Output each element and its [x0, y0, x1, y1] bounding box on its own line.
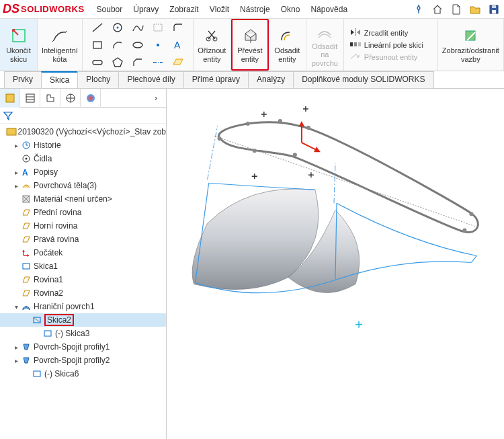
menu-file[interactable]: Soubor [91, 5, 128, 14]
tree-sensors[interactable]: Čidla [0, 152, 166, 165]
svg-point-51 [278, 119, 282, 123]
tree-surface-bodies[interactable]: ▸Povrchová těla(3) [0, 179, 166, 192]
main-area: › 20190320 (Výchozí<<Výchozí>_Stav zob ▸… [0, 89, 504, 439]
menu-help[interactable]: Nápověda [305, 5, 353, 14]
tree-plane1[interactable]: Rovina1 [0, 273, 166, 286]
svg-rect-20 [466, 31, 475, 40]
spline-tool[interactable] [128, 19, 147, 36]
tree-material[interactable]: Materiál <není určen> [0, 192, 166, 206]
save-icon[interactable] [487, 2, 501, 17]
tab-surfaces[interactable]: Plochy [77, 71, 119, 88]
menu-edit[interactable]: Úpravy [128, 5, 164, 14]
svg-point-33 [26, 158, 28, 160]
tab-evaluate[interactable]: Analýzy [248, 71, 294, 88]
svg-point-52 [306, 126, 310, 130]
feature-tree[interactable]: 20190320 (Výchozí<<Výchozí>_Stav zob ▸Hi… [0, 124, 166, 439]
text-tool[interactable]: A [169, 37, 187, 53]
fillet-tool[interactable] [169, 19, 187, 36]
mirror-label: Zrcadlit entity [364, 29, 408, 37]
pattern-group: Zrcadlit entity Lineární pole skici Přes… [344, 19, 438, 71]
svg-point-50 [246, 122, 250, 126]
trim-entities-button[interactable]: Oříznout entity [194, 19, 231, 71]
menu-view[interactable]: Zobrazit [164, 5, 204, 14]
open-icon[interactable] [468, 2, 482, 17]
graphics-viewport[interactable] [167, 89, 504, 439]
rectangle-tool[interactable] [88, 37, 107, 53]
svg-marker-13 [113, 58, 122, 67]
tree-front-plane[interactable]: Přední rovina [0, 206, 166, 219]
tree-plane2[interactable]: Rovina2 [0, 286, 166, 300]
menu-tools[interactable]: Nástroje [235, 5, 276, 14]
tab-features[interactable]: Prvky [4, 71, 42, 88]
svg-rect-17 [350, 42, 353, 46]
tab-addins[interactable]: Doplňkové moduly SOLIDWORKS [293, 71, 433, 88]
exit-sketch-button[interactable]: Ukončit skicu [0, 19, 38, 71]
tree-sketch2[interactable]: Skica2 [0, 313, 166, 327]
linear-pattern-button[interactable]: Lineární pole skici [348, 39, 425, 51]
tree-right-plane[interactable]: Pravá rovina [0, 233, 166, 246]
tree-origin[interactable]: Počátek [0, 246, 166, 260]
svg-rect-40 [44, 331, 51, 336]
tree-sketch3[interactable]: (-) Skica3 [0, 327, 166, 340]
tree-top-plane[interactable]: Horní rovina [0, 219, 166, 233]
panel-tabs: › [0, 89, 166, 108]
pin-icon[interactable] [411, 2, 426, 17]
ribbon: Ukončit skicu Inteligentní kóta A Ořízno… [0, 19, 504, 71]
panel-tab-config[interactable] [40, 89, 60, 108]
mirror-entities-button[interactable]: Zrcadlit entity [348, 27, 409, 39]
tree-sketch1[interactable]: Skica1 [0, 260, 166, 273]
rect-points-tool[interactable] [149, 19, 167, 36]
slot-tool[interactable] [88, 54, 107, 71]
svg-point-55 [469, 212, 473, 216]
menu-insert[interactable]: Vložit [204, 5, 235, 14]
point-tool[interactable] [149, 37, 167, 53]
plane-tool[interactable] [169, 54, 187, 71]
svg-rect-23 [26, 94, 34, 102]
exit-sketch-label: Ukončit skicu [6, 46, 31, 63]
tree-filter[interactable] [0, 108, 166, 124]
tree-sketch6[interactable]: (-) Skica6 [0, 367, 166, 381]
offset-surface-icon [315, 22, 334, 41]
tree-loft1[interactable]: ▸Povrch-Spojit profily1 [0, 340, 166, 354]
offset-entities-button[interactable]: Odsadit entity [269, 19, 306, 71]
sketch-tools-group: A [83, 19, 194, 71]
menu-window[interactable]: Okno [276, 5, 306, 14]
polygon-tool[interactable] [108, 54, 127, 71]
svg-point-53 [293, 153, 297, 157]
offset-surface-label: Odsadit na povrchu [312, 42, 338, 67]
command-tabs: Prvky Skica Plochy Plechové díly Přímé ú… [0, 71, 504, 89]
convert-entities-button[interactable]: Převést entity [231, 19, 269, 71]
centerline-tool[interactable] [149, 54, 167, 71]
quick-access [411, 2, 501, 17]
svg-rect-30 [7, 128, 16, 135]
panel-tab-dimxpert[interactable] [60, 89, 81, 108]
circle-tool[interactable] [108, 19, 127, 36]
menu-bar: DS SOLIDWORKS Soubor Úpravy Zobrazit Vlo… [0, 0, 504, 19]
chamfer-tool[interactable] [128, 54, 147, 71]
panel-tab-tree[interactable] [0, 89, 20, 108]
smart-dimension-button[interactable]: Inteligentní kóta [38, 19, 83, 71]
tab-direct-edit[interactable]: Přímé úpravy [183, 71, 249, 88]
svg-marker-46 [299, 121, 304, 126]
tree-root[interactable]: 20190320 (Výchozí<<Výchozí>_Stav zob [0, 125, 166, 138]
panel-tab-expand[interactable]: › [146, 89, 166, 108]
svg-rect-8 [93, 42, 101, 48]
svg-text:A: A [22, 168, 28, 177]
home-icon[interactable] [430, 2, 445, 17]
arc-tool[interactable] [108, 37, 127, 53]
offset-label: Odsadit entity [274, 46, 300, 63]
tab-sketch[interactable]: Skica [41, 71, 78, 88]
new-icon[interactable] [449, 2, 464, 17]
panel-tab-property[interactable] [20, 89, 40, 108]
tree-annotations[interactable]: ▸APopisy [0, 165, 166, 179]
tab-sheetmetal[interactable]: Plechové díly [118, 71, 183, 88]
tree-loft2[interactable]: ▸Povrch-Spojit profily2 [0, 354, 166, 367]
tree-history[interactable]: ▸Historie [0, 138, 166, 152]
tree-boundary-surface1[interactable]: ▾Hraniční povrch1 [0, 300, 166, 313]
line-tool[interactable] [88, 19, 107, 36]
panel-tab-appearance[interactable] [81, 89, 101, 108]
ellipse-tool[interactable] [128, 37, 147, 53]
smart-dimension-label: Inteligentní kóta [42, 46, 78, 63]
svg-line-43 [208, 126, 218, 179]
display-relations-button[interactable]: Zobrazit/odstranit vazby [438, 19, 504, 71]
